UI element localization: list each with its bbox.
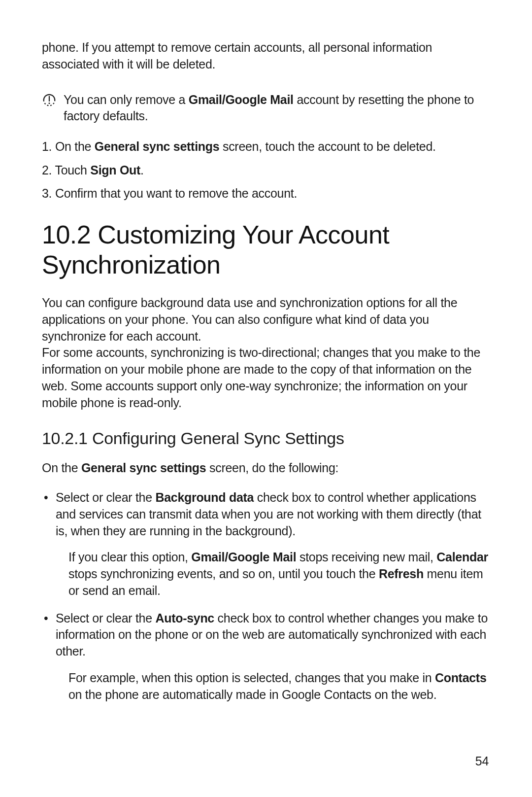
step-1-post: screen, touch the account to be deleted. [219, 139, 435, 153]
bullet-1-bold: Background data [155, 490, 254, 504]
b1-inner-t3: stops synchronizing events, and so on, u… [68, 567, 379, 581]
b1-inner-b3: Refresh [379, 567, 424, 581]
b1-inner-b2: Calendar [436, 550, 488, 564]
note-pre: You can only remove a [64, 93, 189, 106]
bullet-2-inner: For example, when this option is selecte… [56, 670, 490, 703]
body-para-2: For some accounts, synchronizing is two-… [42, 345, 490, 411]
step-3: 3. Confirm that you want to remove the a… [42, 184, 490, 203]
step-2-bold: Sign Out [90, 163, 140, 177]
note-text: You can only remove a Gmail/Google Mail … [64, 92, 490, 125]
note-bold: Gmail/Google Mail [189, 93, 294, 106]
step-list: 1. On the General sync settings screen, … [42, 138, 490, 203]
bullet-2: Select or clear the Auto-sync check box … [42, 610, 490, 703]
bullet-1-inner: If you clear this option, Gmail/Google M… [56, 549, 490, 599]
body-para-1: You can configure background data use an… [42, 295, 490, 345]
bullet-1-pre: Select or clear the [56, 490, 155, 504]
leadin-pre: On the [42, 461, 81, 475]
section-heading: 10.2 Customizing Your Account Synchroniz… [42, 220, 490, 280]
step-2-post: . [140, 163, 144, 177]
note-callout: You can only remove a Gmail/Google Mail … [42, 92, 490, 125]
step-1: 1. On the General sync settings screen, … [42, 138, 490, 156]
step-2: 2. Touch Sign Out. [42, 161, 490, 180]
warning-icon [42, 93, 57, 109]
svg-point-1 [49, 103, 50, 104]
b1-inner-t1: If you clear this option, [68, 550, 191, 564]
step-1-bold: General sync settings [95, 139, 220, 153]
step-1-pre: 1. On the [42, 139, 95, 153]
leadin-post: screen, do the following: [206, 461, 338, 475]
b1-inner-t2: stops receiving new mail, [296, 550, 436, 564]
body-block: You can configure background data use an… [42, 295, 490, 411]
bullet-2-pre: Select or clear the [56, 611, 155, 625]
lead-in: On the General sync settings screen, do … [42, 460, 490, 477]
bullet-2-bold: Auto-sync [155, 611, 214, 625]
bullet-list: Select or clear the Background data chec… [42, 489, 490, 703]
page-number: 54 [475, 754, 489, 768]
intro-paragraph: phone. If you attempt to remove certain … [42, 39, 490, 73]
b1-inner-b1: Gmail/Google Mail [191, 550, 296, 564]
bullet-1: Select or clear the Background data chec… [42, 489, 490, 599]
leadin-bold: General sync settings [81, 461, 206, 475]
b2-inner-t2: on the phone are automatically made in G… [68, 688, 436, 701]
b2-inner-b1: Contacts [435, 671, 487, 685]
step-2-pre: 2. Touch [42, 163, 90, 177]
subsection-heading: 10.2.1 Configuring General Sync Settings [42, 429, 490, 448]
b2-inner-t1: For example, when this option is selecte… [68, 671, 435, 685]
